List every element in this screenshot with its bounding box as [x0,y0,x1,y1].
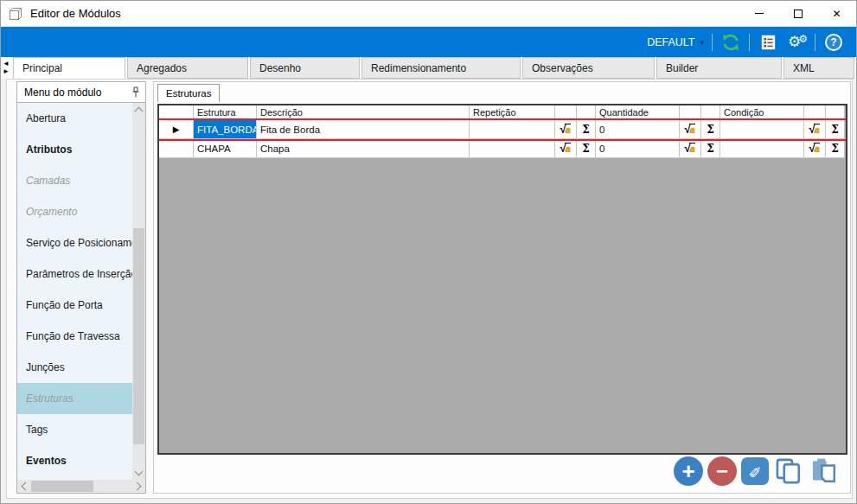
sidebar-item-atributos[interactable]: Atributos [17,134,132,165]
sidebar-item-funcao-de-porta[interactable]: Função de Porta [17,290,132,321]
chevron-right-icon[interactable] [133,482,142,491]
formula-icon: √a [685,142,696,155]
cell-estrutura[interactable]: CHAPA [194,139,257,158]
formula-icon: √a [809,123,821,136]
sidebar-item-parametros-de-insercao[interactable]: Parâmetros de Inserção [17,258,132,290]
column-header-quantidade[interactable]: Quantidade [596,105,680,120]
sidebar-vertical-scrollbar[interactable] [132,103,145,480]
sidebar-item-estruturas[interactable]: Estruturas [17,383,132,414]
gears-icon: ⚙⚙ [788,33,805,51]
paste-button[interactable] [809,456,840,486]
sidebar-item-abertura[interactable]: Abertura [17,103,132,134]
sidebar-item-juncoes[interactable]: Junções [17,352,132,383]
sigma-button[interactable]: Σ [701,139,720,158]
sigma-button[interactable]: Σ [701,120,720,139]
column-header-sigma [826,105,845,120]
close-button[interactable]: ✕ [817,1,856,27]
sidebar-horizontal-scrollbar[interactable] [17,480,145,493]
tab-redimensionamento[interactable]: Redimensionamento [361,57,521,79]
horizontal-scrollbar-thumb[interactable] [31,481,93,492]
add-button[interactable]: + [674,456,703,486]
formula-button[interactable]: √a [680,139,701,158]
formula-button[interactable]: √a [804,139,826,158]
cell-descricao[interactable]: Fita de Borda [257,120,470,139]
formula-icon: √a [685,123,696,136]
cell-quantidade[interactable]: 0 [596,120,680,139]
tab-scroll-right-icon[interactable]: ► [3,68,10,75]
chevron-left-icon[interactable] [22,482,30,491]
remove-button[interactable]: − [707,456,737,486]
formula-button[interactable]: √a [680,120,701,139]
grid-row-chapa[interactable]: CHAPA Chapa √a Σ 0 √a Σ √a Σ [159,139,846,158]
sigma-button[interactable]: Σ [826,139,845,158]
column-header-repeticao[interactable]: Repetição [470,105,555,120]
row-selector-cell[interactable]: ▶ [159,120,194,139]
vertical-scrollbar-thumb[interactable] [133,228,144,444]
sigma-icon: Σ [831,124,838,136]
sidebar-item-eventos[interactable]: Eventos [17,445,132,476]
toolbar: DEFAULT ▾ [1,27,856,57]
sigma-button[interactable]: Σ [577,120,596,139]
tab-estruturas[interactable]: Estruturas [157,84,220,102]
cell-condicao[interactable] [720,120,804,139]
profile-dropdown[interactable]: DEFAULT ▾ [647,36,704,48]
sidebar-item-tags[interactable]: Tags [17,414,132,445]
help-button[interactable]: ? [823,31,844,54]
chevron-down-icon[interactable] [135,468,144,476]
maximize-button[interactable] [778,1,817,27]
column-header-estrutura[interactable]: Estrutura [194,105,257,120]
cell-repeticao[interactable] [470,120,555,139]
edit-button[interactable]: ✎ [741,457,769,485]
minimize-icon [755,13,764,14]
tab-scroll-left-icon[interactable]: ◄ [3,61,10,67]
sigma-button[interactable]: Σ [826,120,845,139]
column-header-formula [555,105,577,120]
pin-icon[interactable] [131,86,140,99]
formula-button[interactable]: √a [555,120,577,139]
grid-row-fita-borda[interactable]: ▶ FITA_BORDA Fita de Borda √a Σ 0 √a Σ √… [159,120,846,139]
refresh-icon [721,33,740,52]
cell-repeticao[interactable] [470,139,555,158]
app-cube-icon [8,6,23,22]
content-area: Menu do módulo Abertura Atributos Camada… [1,79,856,504]
chevron-up-icon[interactable] [135,107,144,116]
column-header-condicao[interactable]: Condição [720,105,804,120]
toolbar-separator [749,34,750,51]
cell-quantidade[interactable]: 0 [596,139,680,158]
minus-icon: − [716,458,728,484]
formula-button[interactable]: √a [804,120,826,139]
sigma-button[interactable]: Σ [577,139,596,158]
tab-scrollers: ◄ ► [1,57,13,79]
sidebar-item-servico-de-posicionamento[interactable]: Serviço de Posicionamen [17,227,132,258]
sigma-icon: Σ [707,143,713,155]
cell-condicao[interactable] [720,139,804,158]
column-header-descricao[interactable]: Descrição [257,105,470,120]
tab-xml[interactable]: XML [783,57,854,79]
formula-button[interactable]: √a [555,139,577,158]
action-buttons: + − ✎ [674,456,840,486]
row-selector-cell[interactable] [159,139,194,158]
settings-button[interactable]: ⚙⚙ [786,31,807,54]
window-title: Editor de Módulos [30,7,121,20]
tab-observacoes[interactable]: Observações [522,57,655,79]
sidebar-item-funcao-de-travessa[interactable]: Função de Travessa [17,321,132,352]
tab-agregados[interactable]: Agregados [127,57,248,79]
tab-principal[interactable]: Principal [13,57,125,79]
copy-button[interactable] [773,456,804,486]
sigma-icon: Σ [707,124,713,136]
cell-descricao[interactable]: Chapa [257,139,470,158]
sigma-icon: Σ [582,124,589,136]
help-icon: ? [825,34,842,51]
cell-estrutura[interactable]: FITA_BORDA [194,120,257,139]
report-button[interactable] [758,31,778,54]
toolbar-separator [815,34,815,51]
column-header-formula [680,105,701,120]
refresh-button[interactable] [720,31,741,54]
report-icon [759,34,777,51]
tab-builder[interactable]: Builder [656,57,782,79]
minimize-button[interactable] [739,1,778,27]
sidebar-item-camadas[interactable]: Camadas [17,165,132,196]
sidebar-item-orcamento[interactable]: Orçamento [17,196,132,227]
tab-desenho[interactable]: Desenho [250,57,360,79]
toolbar-separator [712,34,713,51]
